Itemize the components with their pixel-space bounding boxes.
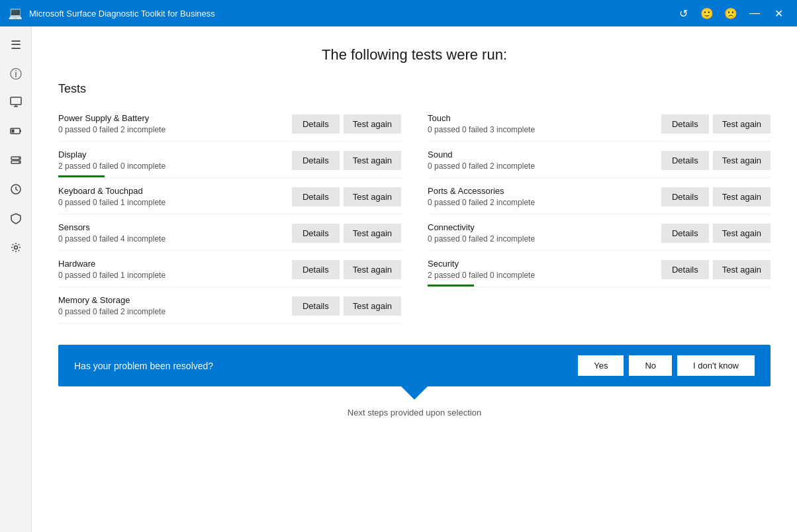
test-buttons: DetailsTest again — [292, 151, 401, 170]
test-name: Memory & Storage — [58, 295, 292, 305]
titlebar-controls: ↺ 🙂 🙁 — ✕ — [673, 3, 789, 24]
refresh-button[interactable]: ↺ — [673, 3, 694, 24]
test-buttons: DetailsTest again — [292, 224, 401, 243]
test-name: Keyboard & Touchpad — [58, 186, 292, 196]
test-again-button[interactable]: Test again — [713, 187, 771, 206]
details-button[interactable]: Details — [292, 187, 340, 206]
page-title: The following tests were run: — [58, 46, 771, 64]
resolution-section: Has your problem been resolved? Yes No I… — [58, 338, 771, 418]
titlebar: 💻 Microsoft Surface Diagnostic Toolkit f… — [0, 0, 797, 26]
no-button[interactable]: No — [629, 355, 672, 376]
test-stats: 0 passed 0 failed 3 incomplete — [428, 125, 661, 134]
dont-know-button[interactable]: I don't know — [677, 355, 755, 376]
details-button[interactable]: Details — [292, 151, 340, 170]
test-item: Touch0 passed 0 failed 3 incompleteDetai… — [428, 107, 771, 142]
tests-left-column: Power Supply & Battery0 passed 0 failed … — [58, 107, 401, 325]
chevron-container — [58, 386, 771, 400]
test-again-button[interactable]: Test again — [344, 296, 401, 316]
test-item: Hardware0 passed 0 failed 1 incompleteDe… — [58, 252, 401, 287]
svg-rect-4 — [20, 130, 21, 132]
test-stats: 0 passed 0 failed 2 incomplete — [58, 307, 292, 316]
yes-button[interactable]: Yes — [578, 355, 624, 376]
progress-bar — [58, 175, 105, 177]
test-buttons: DetailsTest again — [661, 187, 771, 206]
minimize-button[interactable]: — — [744, 3, 765, 24]
test-info: Keyboard & Touchpad0 passed 0 failed 1 i… — [58, 186, 292, 207]
test-item: Display2 passed 0 failed 0 incompleteDet… — [58, 143, 401, 178]
surface-logo-icon: 💻 — [8, 6, 23, 21]
info-icon: ⓘ — [10, 66, 22, 82]
test-info: Hardware0 passed 0 failed 1 incomplete — [58, 259, 292, 280]
test-stats: 0 passed 0 failed 2 incomplete — [428, 161, 661, 171]
sidebar-item-security[interactable] — [3, 206, 29, 233]
menu-icon: ☰ — [11, 38, 21, 52]
test-buttons: DetailsTest again — [292, 296, 401, 316]
details-button[interactable]: Details — [661, 151, 709, 170]
test-info: Memory & Storage0 passed 0 failed 2 inco… — [58, 295, 292, 316]
test-again-button[interactable]: Test again — [344, 224, 401, 243]
test-name: Ports & Accessories — [428, 186, 661, 196]
test-again-button[interactable]: Test again — [713, 114, 771, 134]
test-name: Hardware — [58, 259, 292, 269]
details-button[interactable]: Details — [292, 114, 340, 134]
test-stats: 0 passed 0 failed 2 incomplete — [428, 198, 661, 207]
test-info: Ports & Accessories0 passed 0 failed 2 i… — [428, 186, 661, 207]
test-again-button[interactable]: Test again — [344, 260, 401, 279]
storage-icon — [9, 154, 23, 170]
test-again-button[interactable]: Test again — [713, 224, 771, 243]
sidebar-item-history[interactable] — [3, 177, 29, 204]
feedback-good-button[interactable]: 🙂 — [696, 3, 718, 24]
test-again-button[interactable]: Test again — [344, 114, 401, 134]
test-info: Sensors0 passed 0 failed 4 incomplete — [58, 222, 292, 244]
app-layout: ☰ ⓘ — [0, 26, 797, 532]
test-item: Sensors0 passed 0 failed 4 incompleteDet… — [58, 216, 401, 251]
test-info: Touch0 passed 0 failed 3 incomplete — [428, 113, 661, 134]
sidebar-item-info[interactable]: ⓘ — [3, 61, 29, 87]
sidebar-item-menu[interactable]: ☰ — [3, 32, 29, 58]
details-button[interactable]: Details — [661, 187, 709, 206]
details-button[interactable]: Details — [661, 224, 709, 243]
next-steps-text: Next steps provided upon selection — [58, 408, 771, 418]
test-again-button[interactable]: Test again — [713, 151, 771, 170]
battery-icon — [9, 124, 23, 141]
sidebar-item-settings[interactable] — [3, 236, 29, 262]
test-again-button[interactable]: Test again — [344, 187, 401, 206]
details-button[interactable]: Details — [661, 260, 709, 279]
sidebar-item-storage[interactable] — [3, 148, 29, 175]
test-again-button[interactable]: Test again — [344, 151, 401, 170]
test-item: Sound0 passed 0 failed 2 incompleteDetai… — [428, 143, 771, 178]
details-button[interactable]: Details — [292, 296, 340, 316]
sidebar-item-display[interactable] — [3, 90, 29, 116]
test-item: Keyboard & Touchpad0 passed 0 failed 1 i… — [58, 179, 401, 214]
close-button[interactable]: ✕ — [768, 3, 789, 24]
titlebar-title: Microsoft Surface Diagnostic Toolkit for… — [29, 9, 215, 19]
test-name: Touch — [428, 113, 661, 123]
test-buttons: DetailsTest again — [661, 260, 771, 279]
sidebar-item-battery[interactable] — [3, 119, 29, 146]
test-name: Sensors — [58, 222, 292, 232]
tests-grid: Power Supply & Battery0 passed 0 failed … — [58, 107, 771, 325]
details-button[interactable]: Details — [292, 224, 340, 243]
test-stats: 2 passed 0 failed 0 incomplete — [58, 161, 292, 171]
resolution-buttons: Yes No I don't know — [578, 355, 755, 376]
svg-rect-0 — [11, 97, 21, 105]
sidebar: ☰ ⓘ — [0, 26, 32, 532]
progress-bar — [428, 285, 474, 287]
test-again-button[interactable]: Test again — [713, 260, 771, 279]
test-name: Sound — [428, 150, 661, 159]
test-name: Security — [428, 259, 661, 269]
details-button[interactable]: Details — [292, 260, 340, 279]
test-item: Memory & Storage0 passed 0 failed 2 inco… — [58, 288, 401, 324]
test-name: Connectivity — [428, 222, 661, 232]
feedback-bad-button[interactable]: 🙁 — [720, 3, 741, 24]
test-info: Security2 passed 0 failed 0 incomplete — [428, 259, 661, 280]
test-item: Connectivity0 passed 0 failed 2 incomple… — [428, 216, 771, 251]
test-stats: 2 passed 0 failed 0 incomplete — [428, 271, 661, 280]
svg-rect-5 — [11, 129, 14, 132]
test-buttons: DetailsTest again — [292, 260, 401, 279]
shield-icon — [9, 212, 23, 228]
details-button[interactable]: Details — [661, 114, 709, 134]
titlebar-left: 💻 Microsoft Surface Diagnostic Toolkit f… — [8, 6, 215, 21]
test-buttons: DetailsTest again — [292, 114, 401, 134]
tests-right-column: Touch0 passed 0 failed 3 incompleteDetai… — [428, 107, 771, 325]
